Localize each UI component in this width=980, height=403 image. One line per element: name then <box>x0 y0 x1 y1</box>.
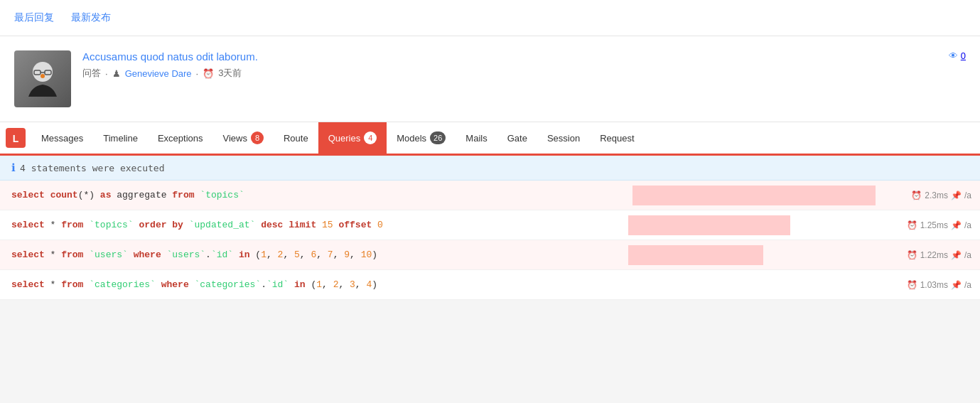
query-row: select * from `categories` where `catego… <box>0 270 980 300</box>
time-icon: ⏰ <box>203 68 214 79</box>
query-sql: select * from `categories` where `catego… <box>0 272 628 297</box>
tab-session[interactable]: Session <box>537 122 590 154</box>
pin-icon: 📌 <box>951 280 962 290</box>
clock-icon: ⏰ <box>907 220 917 230</box>
content-area: Accusamus quod natus odit laborum. 问答 · … <box>0 36 980 122</box>
post-time: 3天前 <box>218 67 242 80</box>
query-meta: ⏰ 2.3ms 📌 /a <box>903 190 980 200</box>
debugbar-logo: L <box>6 128 26 148</box>
svg-point-0 <box>33 62 53 82</box>
query-row: select count(*) as aggregate from `topic… <box>0 181 980 210</box>
query-sql: select count(*) as aggregate from `topic… <box>0 183 632 208</box>
top-bar: 最后回复 最新发布 <box>0 0 980 36</box>
query-bar <box>628 275 898 295</box>
author-icon: ♟ <box>112 68 121 79</box>
tab-views-label: Views <box>223 133 247 144</box>
query-meta: ⏰ 1.22ms 📌 /a <box>898 250 980 260</box>
queries-badge: 4 <box>364 131 377 144</box>
tab-timeline[interactable]: Timeline <box>93 122 148 154</box>
tab-exceptions[interactable]: Exceptions <box>148 122 213 154</box>
tab-exceptions-label: Exceptions <box>158 133 203 144</box>
avatar <box>14 50 71 107</box>
tab-queries[interactable]: Queries 4 <box>318 122 387 154</box>
query-meta: ⏰ 1.03ms 📌 /a <box>898 280 980 290</box>
tab-models[interactable]: Models 26 <box>387 122 456 154</box>
info-bar: ℹ 4 statements were executed <box>0 156 980 181</box>
pin-icon: 📌 <box>951 250 962 260</box>
debugbar-toolbar: L Messages Timeline Exceptions Views 8 R… <box>0 122 980 156</box>
last-reply-link[interactable]: 最后回复 <box>14 11 54 24</box>
clock-icon: ⏰ <box>907 280 917 290</box>
post-meta: 问答 · ♟ Genevieve Dare · ⏰ 3天前 <box>82 67 937 80</box>
pin-icon: 📌 <box>951 220 962 230</box>
query-meta: ⏰ 1.25ms 📌 /a <box>898 220 980 230</box>
info-text: 4 statements were executed <box>20 163 165 173</box>
svg-point-4 <box>41 74 45 78</box>
latest-post-link[interactable]: 最新发布 <box>71 11 111 24</box>
pin-icon: 📌 <box>951 190 962 200</box>
author-link[interactable]: Genevieve Dare <box>125 68 192 79</box>
tab-models-label: Models <box>397 133 426 144</box>
clock-icon: ⏰ <box>911 190 922 200</box>
tab-gate[interactable]: Gate <box>497 122 537 154</box>
clock-icon: ⏰ <box>907 250 917 260</box>
query-row: select * from `users` where `users`.`id`… <box>0 240 980 270</box>
post-info: Accusamus quod natus odit laborum. 问答 · … <box>82 50 937 80</box>
query-sql: select * from `topics` order by `updated… <box>0 213 628 237</box>
tab-route[interactable]: Route <box>274 122 318 154</box>
views-count-link[interactable]: 0 <box>961 50 966 61</box>
tab-session-label: Session <box>547 133 580 144</box>
tab-request[interactable]: Request <box>590 122 644 154</box>
eye-icon: 👁 <box>949 50 958 61</box>
tab-timeline-label: Timeline <box>103 133 138 144</box>
meta-separator: · <box>105 68 108 79</box>
info-icon: ℹ <box>11 161 16 174</box>
query-row: select * from `topics` order by `updated… <box>0 210 980 240</box>
tab-messages-label: Messages <box>41 133 83 144</box>
svg-text:L: L <box>13 133 19 144</box>
tab-request-label: Request <box>600 133 634 144</box>
query-sql: select * from `users` where `users`.`id`… <box>0 242 628 267</box>
tab-mails[interactable]: Mails <box>456 122 497 154</box>
meta-separator2: · <box>196 68 199 79</box>
tab-gate-label: Gate <box>507 133 527 144</box>
post-title-link[interactable]: Accusamus quod natus odit laborum. <box>82 50 937 63</box>
post-views: 👁 0 <box>949 50 966 61</box>
tab-views[interactable]: Views 8 <box>213 122 274 154</box>
post-item: Accusamus quod natus odit laborum. 问答 · … <box>14 50 966 107</box>
tab-messages[interactable]: Messages <box>31 122 93 154</box>
queries-list: select count(*) as aggregate from `topic… <box>0 181 980 300</box>
views-badge: 8 <box>251 131 264 144</box>
tab-route-label: Route <box>284 133 308 144</box>
query-bar <box>628 215 898 235</box>
query-bar <box>628 245 898 265</box>
tab-queries-label: Queries <box>328 133 361 144</box>
post-answer-label: 问答 <box>82 67 101 80</box>
models-badge: 26 <box>430 131 446 144</box>
query-bar <box>632 186 903 205</box>
tab-mails-label: Mails <box>465 133 487 144</box>
